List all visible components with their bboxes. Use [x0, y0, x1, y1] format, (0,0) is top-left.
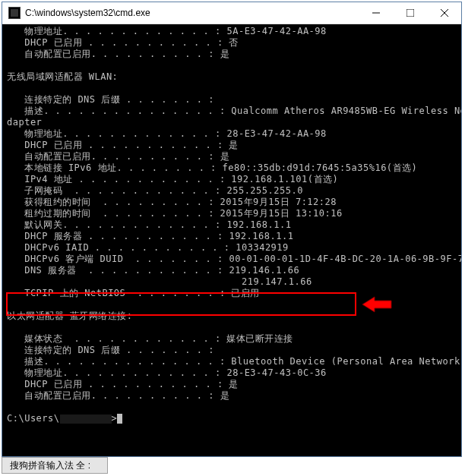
annotation-arrow [362, 295, 393, 317]
console-line: 媒体状态 . . . . . . . . . . . . : 媒体已断开连接 [7, 333, 293, 344]
console-line: DHCP 服务器 . . . . . . . . . . . : 192.168… [7, 231, 293, 241]
console-line: 自动配置已启用. . . . . . . . . . : 是 [7, 49, 229, 59]
titlebar[interactable]: C:\windows\system32\cmd.exe [2, 2, 461, 24]
console-line: DNS 服务器 . . . . . . . . . . . : 219.146.… [7, 265, 299, 276]
window-title: C:\windows\system32\cmd.exe [25, 8, 359, 18]
ime-text: 搜狗拼音输入法 全 : [10, 459, 90, 472]
console-line: DHCPv6 客户端 DUID . . . . . . . : 00-01-00… [7, 254, 461, 264]
close-icon [441, 9, 448, 17]
console-line: DHCP 已启用 . . . . . . . . . . . : 否 [7, 37, 239, 48]
console-line: 219.147.1.66 [7, 276, 312, 287]
console-line: 连接特定的 DNS 后缀 . . . . . . . : [7, 345, 220, 355]
minimize-icon [372, 9, 380, 17]
arrow-left-icon [362, 295, 393, 314]
console-line: 物理地址. . . . . . . . . . . . . : 5A-E3-47… [7, 26, 327, 36]
window-controls [359, 2, 461, 24]
console-line: 连接特定的 DNS 后缀 . . . . . . . : [7, 94, 220, 105]
console-line: 默认网关. . . . . . . . . . . . . : 192.168.… [7, 219, 291, 230]
console-line: 物理地址. . . . . . . . . . . . . : 28-E3-47… [7, 367, 327, 378]
cmd-window: C:\windows\system32\cmd.exe 物理地址. . . . … [2, 2, 462, 457]
console-line: 以太网适配器 蓝牙网络连接: [7, 311, 132, 321]
close-button[interactable] [427, 2, 461, 24]
console-line: 子网掩码 . . . . . . . . . . . . : 255.255.2… [7, 185, 303, 196]
cmd-icon [8, 7, 21, 19]
console-line: dapter [7, 117, 42, 128]
console-line: 本地链接 IPv6 地址. . . . . . . . : fe80::35db… [7, 162, 417, 173]
svg-marker-4 [362, 297, 391, 312]
console-line: 租约过期的时间 . . . . . . . . . : 2015年9月15日 1… [7, 208, 343, 219]
cursor [117, 414, 122, 424]
maximize-button[interactable] [393, 2, 427, 24]
redacted-username [60, 415, 112, 424]
console-line: IPv4 地址 . . . . . . . . . . . . : 192.16… [7, 174, 338, 184]
ime-bar[interactable]: 搜狗拼音输入法 全 : [2, 457, 108, 474]
console-line: 描述. . . . . . . . . . . . . . . : Qualco… [7, 106, 461, 116]
console-line: DHCPv6 IAID . . . . . . . . . . . : 1033… [7, 242, 289, 253]
console-line: 获得租约的时间 . . . . . . . . . : 2015年9月15日 7… [7, 197, 337, 207]
console-line: 自动配置已启用. . . . . . . . . . : 是 [7, 151, 229, 162]
console-line: DHCP 已启用 . . . . . . . . . . . : 是 [7, 379, 239, 389]
console-output[interactable]: 物理地址. . . . . . . . . . . . . : 5A-E3-47… [2, 24, 461, 456]
console-line: TCPIP 上的 NetBIOS . . . . . . . : 已启用 [7, 288, 260, 298]
console-line: 物理地址. . . . . . . . . . . . . : 28-E3-47… [7, 128, 327, 139]
maximize-icon [406, 9, 414, 17]
console-line: 描述. . . . . . . . . . . . . . . : Blueto… [7, 356, 461, 367]
console-line: 自动配置已启用. . . . . . . . . . : 是 [7, 390, 229, 401]
prompt-line: C:\Users\> [7, 413, 122, 424]
console-line: 无线局域网适配器 WLAN: [7, 71, 118, 82]
svg-rect-1 [406, 9, 414, 17]
console-line: DHCP 已启用 . . . . . . . . . . . : 是 [7, 140, 239, 150]
minimize-button[interactable] [359, 2, 393, 24]
